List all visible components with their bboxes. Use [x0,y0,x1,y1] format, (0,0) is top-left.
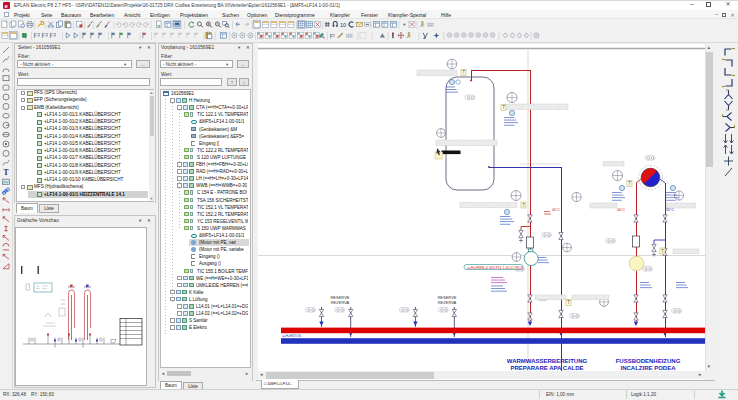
svg-text:30°C: 30°C [666,208,674,212]
svg-text:REZERVA: REZERVA [438,300,457,305]
svg-text:REZERVA: REZERVA [331,300,350,305]
svg-text:T: T [628,181,631,186]
svg-text:==H=WWB+0-30/LF14.1-00-01.WQ1: ==H=WWB+0-30/LF14.1-00-01.WQ1 [467,266,523,270]
svg-text:40°C: 40°C [552,208,560,212]
svg-text:T: T [462,70,465,75]
svg-text:INCALZIRE PODEA: INCALZIRE PODEA [620,365,676,371]
svg-text:T: T [4,168,9,177]
svg-text:10: 10 [340,22,346,28]
svg-text:WARMWASSERBEREITUNG: WARMWASSERBEREITUNG [507,358,588,364]
svg-text:T: T [567,300,570,305]
svg-text:FUSSBODENHEIZUNG: FUSSBODENHEIZUNG [616,358,681,364]
svg-text:T: T [502,105,505,110]
svg-text:40°C: 40°C [617,208,625,212]
svg-text:T: T [661,249,664,254]
svg-text:==H=HZG-VL: ==H=HZG-VL [282,334,302,338]
svg-text:T: T [522,203,525,208]
svg-text:PREPARARE APA CALDE: PREPARARE APA CALDE [510,365,583,371]
